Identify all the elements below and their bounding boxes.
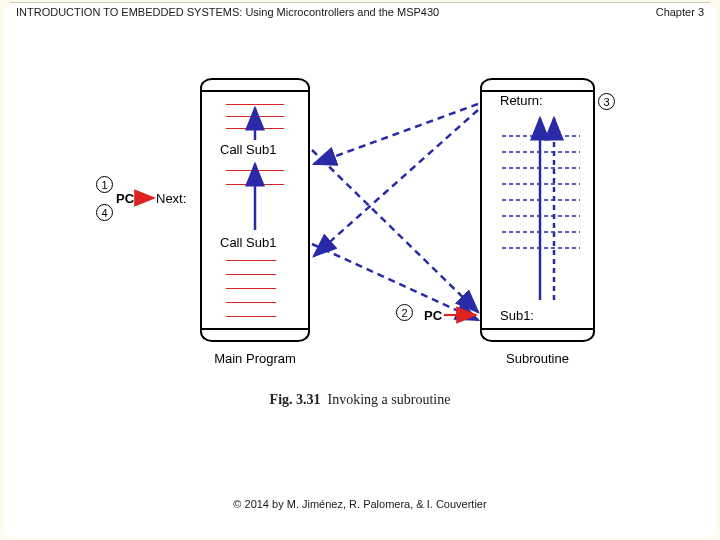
return-label: Return: [500,93,543,108]
badge-4: 4 [96,204,113,221]
main-program-box: Main Program [200,90,310,330]
svg-line-2 [312,150,478,312]
main-line [226,184,284,185]
main-line [226,170,284,171]
main-line [226,116,284,117]
subroutine-box: Subroutine [480,90,595,330]
caption-text: Invoking a subroutine [328,392,451,407]
figure-caption: Fig. 3.31 Invoking a subroutine [0,392,720,408]
pc-main-label: PC [116,191,134,206]
main-line [226,104,284,105]
main-line [226,274,276,275]
sub1-name: Sub1: [500,308,534,323]
badge-2: 2 [396,304,413,321]
next-label: Next: [156,191,186,206]
page-footer: © 2014 by M. Jiménez, R. Palomera, & I. … [0,498,720,510]
pc-sub-label: PC [424,308,442,323]
book-title: INTRODUCTION TO EMBEDDED SYSTEMS: Using … [16,6,439,18]
subroutine-label: Subroutine [482,351,593,366]
main-line [226,316,276,317]
call-sub1-first: Call Sub1 [220,142,276,157]
copyright: © 2014 by M. Jiménez, R. Palomera, & I. … [233,498,486,510]
main-line [226,128,284,129]
call-sub1-second: Call Sub1 [220,235,276,250]
main-line [226,302,276,303]
main-line [226,260,276,261]
main-program-label: Main Program [202,351,308,366]
page-header: INTRODUCTION TO EMBEDDED SYSTEMS: Using … [16,6,704,18]
badge-1: 1 [96,176,113,193]
caption-label: Fig. 3.31 [270,392,321,407]
figure-diagram: Main Program Call Sub1 Call Sub1 Next: S… [80,60,640,390]
badge-3: 3 [598,93,615,110]
main-line [226,288,276,289]
chapter-label: Chapter 3 [656,6,704,18]
svg-line-3 [312,244,478,320]
top-border [10,2,710,3]
